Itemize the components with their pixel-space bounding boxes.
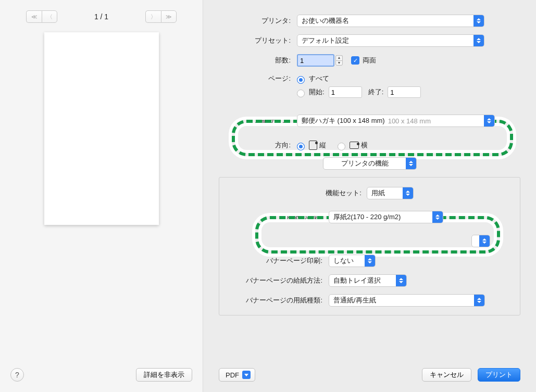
orientation-label: 方向: — [219, 141, 297, 150]
printer-row: プリンタ: お使いの機器名 — [219, 15, 520, 27]
preview-navigation: ≪ 〈 1 / 1 〉 ≫ — [26, 10, 177, 23]
preset-select[interactable]: デフォルト設定 — [297, 34, 484, 47]
copies-label: 部数: — [219, 56, 297, 65]
page-thumbnail — [44, 32, 159, 225]
banner-paper-type-label: バナーページの用紙種類: — [230, 296, 329, 305]
banner-feed-select[interactable]: 自動トレイ選択 — [329, 274, 407, 287]
left-footer: ? 詳細を非表示 — [10, 368, 192, 382]
first-page-button[interactable]: ≪ — [26, 10, 42, 23]
updown-icon — [473, 15, 484, 27]
feature-group-select[interactable]: プリンタの機能 — [323, 157, 417, 170]
copies-input[interactable] — [297, 54, 334, 67]
feature-group-row: プリンタの機能 — [219, 157, 520, 170]
feature-set-label: 機能セット: — [326, 188, 362, 198]
banner-feed-value: 自動トレイ選択 — [333, 276, 381, 285]
pdf-menu-button[interactable]: PDF — [219, 368, 255, 382]
pages-row: ページ: すべて — [219, 74, 520, 83]
paper-type-row: 用紙の種類: 厚紙2(170 - 220 g/m2) — [230, 211, 509, 223]
orientation-landscape-radio[interactable] — [338, 143, 345, 150]
nav-forward-group: 〉 ≫ — [145, 10, 177, 23]
nav-back-group: ≪ 〈 — [26, 10, 57, 23]
updown-icon — [479, 235, 490, 247]
paper-size-value: 郵便ハガキ (100 x 148 mm) — [302, 116, 385, 125]
updown-icon — [474, 295, 484, 306]
printer-select[interactable]: お使いの機器名 — [297, 15, 484, 27]
dialog-footer: PDF キャンセル プリント — [219, 357, 520, 382]
paper-size-select[interactable]: 郵便ハガキ (100 x 148 mm) 100 x 148 mm — [297, 115, 495, 127]
paper-size-dim: 100 x 148 mm — [388, 117, 431, 125]
updown-icon — [484, 115, 494, 127]
paper-type-select[interactable]: 厚紙2(170 - 220 g/m2) — [329, 211, 443, 223]
two-sided-label: 両面 — [363, 56, 376, 65]
printer-value: お使いの機器名 — [302, 16, 349, 26]
help-button[interactable]: ? — [10, 368, 24, 382]
step-up-icon[interactable]: ▲ — [335, 55, 343, 60]
banner-print-value: しない — [333, 256, 354, 265]
orientation-portrait-label: 縦 — [319, 141, 326, 150]
hidden-row — [230, 235, 509, 247]
feature-set-select[interactable]: 用紙 — [367, 187, 414, 199]
banner-feed-row: バナーページの給紙方法: 自動トレイ選択 — [230, 274, 509, 287]
last-page-button[interactable]: ≫ — [161, 10, 177, 23]
feature-group-value: プリンタの機能 — [341, 159, 389, 168]
cancel-button[interactable]: キャンセル — [422, 368, 471, 382]
two-sided-checkbox[interactable]: ✓ — [351, 56, 359, 65]
feature-set-value: 用紙 — [371, 188, 385, 198]
overflow-select[interactable] — [471, 235, 490, 247]
settings-panel: プリンタ: お使いの機器名 プリセット: デフォルト設定 部数: ▲ ▼ ✓ 両… — [203, 0, 536, 392]
preview-panel: ≪ 〈 1 / 1 〉 ≫ ? 詳細を非表示 — [0, 0, 203, 392]
printer-label: プリンタ: — [219, 16, 297, 26]
banner-paper-type-select[interactable]: 普通紙/再生紙 — [329, 294, 485, 307]
copies-row: 部数: ▲ ▼ ✓ 両面 — [219, 54, 520, 67]
pages-all-radio[interactable] — [297, 76, 305, 84]
orientation-landscape-label: 横 — [361, 141, 368, 150]
next-page-button[interactable]: 〉 — [145, 10, 161, 23]
to-label: 終了: — [368, 87, 384, 97]
updown-icon — [406, 158, 416, 169]
banner-paper-type-row: バナーページの用紙種類: 普通紙/再生紙 — [230, 294, 509, 307]
hide-details-button[interactable]: 詳細を非表示 — [136, 368, 192, 382]
footer-buttons: キャンセル プリント — [422, 368, 520, 382]
printer-features-box: 機能セット: 用紙 用紙の種類: 厚紙2(170 - 220 g/m2) — [219, 177, 520, 315]
chevron-down-icon — [242, 371, 251, 379]
print-button[interactable]: プリント — [478, 368, 520, 382]
from-label: 開始: — [309, 87, 325, 97]
to-input[interactable] — [388, 86, 421, 98]
prev-page-button[interactable]: 〈 — [42, 10, 57, 23]
updown-icon — [432, 211, 443, 223]
portrait-icon — [309, 141, 317, 150]
banner-print-row: バナーページ印刷: しない — [230, 255, 509, 267]
print-dialog: ≪ 〈 1 / 1 〉 ≫ ? 詳細を非表示 プリンタ: お使いの機器名 — [0, 0, 536, 392]
pdf-label: PDF — [226, 371, 239, 379]
preset-label: プリセット: — [219, 36, 297, 45]
page-indicator: 1 / 1 — [94, 12, 108, 21]
orientation-row: 方向: 縦 横 — [219, 141, 520, 150]
banner-feed-label: バナーページの給紙方法: — [230, 276, 329, 285]
paper-size-row: 用紙サイズ: 郵便ハガキ (100 x 148 mm) 100 x 148 mm — [219, 115, 520, 127]
banner-print-select[interactable]: しない — [329, 255, 376, 267]
pages-all-label: すべて — [309, 74, 329, 83]
orientation-portrait-radio[interactable] — [297, 143, 305, 150]
feature-set-row: 機能セット: 用紙 — [230, 187, 509, 199]
banner-print-label: バナーページ印刷: — [230, 256, 329, 265]
updown-icon — [403, 187, 413, 199]
step-down-icon[interactable]: ▼ — [335, 60, 343, 66]
preset-row: プリセット: デフォルト設定 — [219, 34, 520, 47]
updown-icon — [396, 275, 406, 286]
landscape-icon — [350, 142, 359, 149]
pages-range-row: 開始: 終了: — [219, 86, 520, 98]
updown-icon — [365, 255, 375, 267]
pages-range-radio[interactable] — [297, 90, 305, 97]
copies-stepper[interactable]: ▲ ▼ — [335, 55, 343, 66]
preset-value: デフォルト設定 — [302, 36, 349, 45]
paper-size-label: 用紙サイズ: — [219, 116, 297, 125]
paper-type-label: 用紙の種類: — [230, 212, 329, 222]
banner-paper-type-value: 普通紙/再生紙 — [333, 296, 376, 305]
from-input[interactable] — [329, 86, 362, 98]
pages-label: ページ: — [219, 74, 297, 83]
updown-icon — [473, 35, 484, 46]
paper-type-value: 厚紙2(170 - 220 g/m2) — [333, 212, 401, 222]
